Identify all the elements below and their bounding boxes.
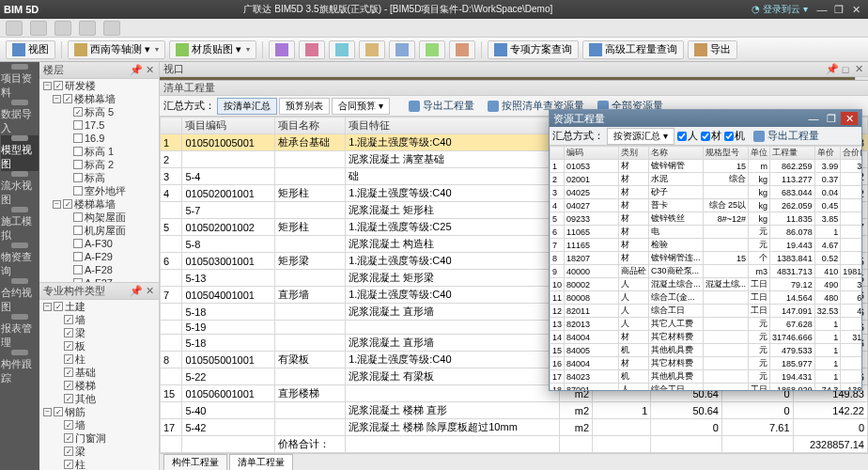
tree-node[interactable]: 柱 (39, 458, 159, 470)
column-header[interactable]: 规格型号 (703, 147, 749, 160)
table-row[interactable]: 1784023机其他机具费元194.4311194.43 (550, 370, 862, 384)
bottom-tab[interactable]: 清单工程量 (229, 454, 293, 470)
nav-item[interactable]: 项目资料 (1, 64, 39, 100)
tree-node[interactable]: 梁 (39, 326, 159, 339)
nav-item[interactable]: 物资查询 (1, 243, 39, 278)
pin-icon[interactable]: 📌 (827, 64, 838, 75)
table-row[interactable]: 404027材普卡综合 25以kg262.0590.45117.93 (550, 199, 862, 212)
tree-node[interactable]: 标高 2 (39, 158, 159, 171)
checkbox[interactable] (64, 381, 73, 390)
table-row[interactable]: 202001材水泥综合kg113.2770.3741.91 (550, 173, 862, 186)
checkbox[interactable] (64, 354, 73, 364)
checkbox[interactable] (73, 226, 83, 235)
tree-node[interactable]: 基础 (39, 366, 159, 379)
tree-node[interactable]: 板 (39, 339, 159, 352)
expand-icon[interactable]: − (43, 408, 52, 416)
mode-tab[interactable]: 按清单汇总 (217, 98, 277, 115)
tree-node[interactable]: 楼梯 (39, 379, 159, 392)
table-row[interactable]: 509233材镀锌铁丝8#~12#kg11.8353.8545.56 (550, 212, 862, 226)
tree-node[interactable]: 16.9 (39, 132, 159, 145)
export-qty-button[interactable]: 导出工程量 (403, 98, 480, 115)
checkbox[interactable] (64, 328, 73, 337)
table-row[interactable]: 304025材砂子kg683.0440.0427.32 (550, 186, 862, 199)
checkbox[interactable] (64, 460, 73, 469)
close-icon[interactable]: ✕ (841, 112, 858, 125)
resource-mode-dropdown[interactable]: 按资源汇总 ▾ (607, 128, 674, 145)
table-row[interactable]: 1180008人综合工(金...工日14.5644806990.72 (550, 291, 862, 305)
qat-icon[interactable] (79, 21, 96, 36)
minimize-icon[interactable]: — (805, 112, 822, 125)
checkbox[interactable] (63, 199, 72, 209)
checkbox[interactable] (73, 120, 83, 130)
qat-icon[interactable] (54, 21, 71, 36)
tree-node[interactable]: −楼梯幕墙 (39, 197, 159, 211)
cloud-login[interactable]: ◔ 登录到云 ▾ (752, 3, 808, 16)
checkbox[interactable] (64, 368, 73, 377)
close-icon[interactable]: ✕ (144, 286, 155, 297)
close-button[interactable]: ✕ (847, 3, 864, 16)
tool-button[interactable] (269, 40, 295, 59)
table-row[interactable]: 101053材镀锌钢管15m862.2593.993440.41 (550, 160, 862, 173)
tree-node[interactable]: 机房屋面 (39, 224, 159, 237)
export-resource-button[interactable]: 导出工程量 (748, 128, 825, 145)
checkbox[interactable] (73, 265, 83, 274)
table-row[interactable]: 1684004材其它材料费元185.9771185.98 (550, 357, 862, 370)
tree-node[interactable]: A-F30 (39, 237, 159, 250)
axis-dropdown[interactable]: 西南等轴测 ▾ (68, 40, 165, 59)
pin-icon[interactable]: 📌 (131, 286, 142, 297)
table-row[interactable]: 1282011人综合工日工日147.09132.534784.88 (550, 305, 862, 318)
mode-tab[interactable]: 预算别表 (279, 98, 330, 115)
checkbox[interactable] (64, 420, 73, 430)
table-row[interactable]: 611065材电元86.078186.08 (550, 226, 862, 239)
spec-tree[interactable]: −土建墙梁板柱基础楼梯其他−钢筋墙门窗洞梁柱板基础其他−给排水管道(水)阀门法兰… (39, 300, 159, 470)
tree-node[interactable]: 墙 (39, 313, 159, 326)
column-header[interactable]: 项目名称 (274, 118, 346, 134)
nav-item[interactable]: 构件跟踪 (1, 350, 39, 385)
mode-dropdown[interactable]: 合同预算 ▾ (332, 98, 390, 115)
view-button[interactable]: 视图 (6, 40, 55, 59)
column-header[interactable]: 合价(元) (841, 147, 861, 160)
checkbox[interactable] (73, 173, 83, 182)
tree-node[interactable]: 室外地坪 (39, 184, 159, 197)
minimize-button[interactable]: — (814, 3, 830, 16)
column-header[interactable]: 类别 (619, 147, 649, 160)
table-row[interactable]: 1584005机其他机具费元479.5331479.55 (550, 344, 862, 357)
checkbox[interactable] (73, 160, 83, 169)
checkbox[interactable] (64, 315, 73, 324)
table-row[interactable]: 1382013人其它人工费元67.628167.63 (550, 318, 862, 331)
filter-machine[interactable]: 机 (724, 129, 745, 143)
table-row[interactable]: 175-42泥浆混凝土 楼梯 除厚度板超过10mmm207.610 (161, 419, 868, 436)
tree-node[interactable]: 其他 (39, 392, 159, 405)
tool-button[interactable] (329, 40, 355, 59)
nav-item[interactable]: 施工模拟 (1, 207, 39, 243)
close-icon[interactable]: ✕ (853, 64, 864, 75)
qat-icon[interactable] (30, 21, 47, 36)
table-row[interactable]: 1484004材其它材料费元31746.666131746.65 (550, 331, 862, 344)
checkbox[interactable] (54, 407, 63, 416)
table-row[interactable]: 5-40泥浆混凝土 楼梯 直形m2150.640142.22 (161, 402, 868, 419)
pin-icon[interactable]: 📌 (131, 65, 142, 76)
checkbox[interactable] (73, 212, 83, 222)
tree-node[interactable]: 17.5 (39, 118, 159, 132)
resource-table[interactable]: 编码类别名称规格型号单位工程量单价合价(元)101053材镀锌钢管15m862.… (550, 146, 861, 390)
floor-tree[interactable]: −研发楼−楼梯幕墙标高 517.516.9标高 1标高 2标高室外地坪−楼梯幕墙… (39, 79, 159, 282)
qat-icon[interactable] (6, 21, 23, 36)
tree-node[interactable]: 标高 1 (39, 145, 159, 158)
nav-item[interactable]: 报表管理 (1, 314, 39, 350)
expand-icon[interactable]: − (53, 200, 61, 209)
nav-item[interactable]: 数据导入 (1, 100, 39, 135)
advanced-query-button[interactable]: 高级工程量查询 (582, 40, 684, 59)
column-header[interactable]: 名称 (649, 147, 704, 160)
column-header[interactable]: 单位 (749, 147, 770, 160)
checkbox[interactable] (64, 394, 73, 403)
tool-button[interactable] (299, 40, 325, 59)
column-header[interactable] (550, 147, 565, 160)
tree-node[interactable]: A-F28 (39, 263, 159, 276)
tree-node[interactable]: 标高 5 (39, 105, 159, 118)
tree-node[interactable]: 梁 (39, 445, 159, 458)
tree-node[interactable]: 门窗洞 (39, 431, 159, 445)
checkbox[interactable] (54, 302, 63, 311)
maximize-icon[interactable]: ❐ (823, 112, 840, 125)
tree-node[interactable]: −楼梯幕墙 (39, 92, 159, 105)
resource-titlebar[interactable]: 资源工程量 — ❐ ✕ (550, 110, 861, 127)
